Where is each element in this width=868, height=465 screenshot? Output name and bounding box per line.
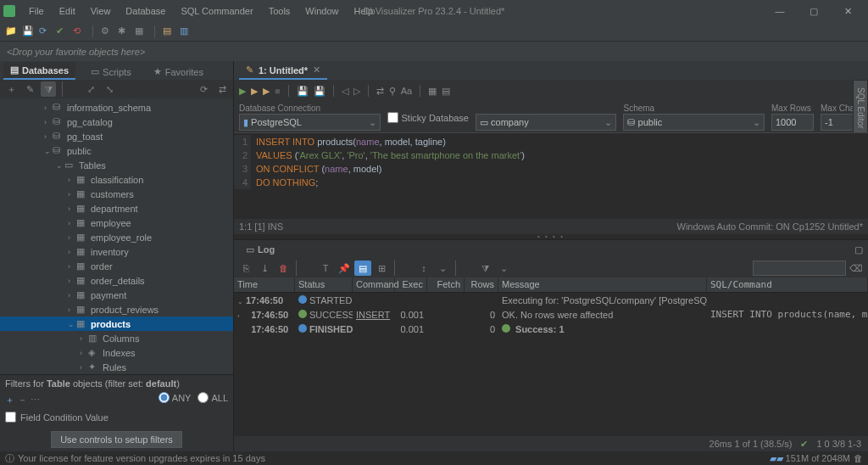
schema-select[interactable]: ⛁ public⌄ (623, 114, 765, 131)
editor-tab-1[interactable]: ✎ 1: Untitled* ✕ (239, 62, 327, 80)
log-body[interactable]: ⌄17:46:50STARTEDExecuting for: 'PostgreS… (234, 293, 868, 436)
filter-add-icon[interactable]: ＋ (5, 394, 14, 406)
stop-icon[interactable]: ■ (275, 86, 281, 96)
tree-node[interactable]: ⌄▭Tables (0, 158, 233, 172)
tree-node[interactable]: ›⛁pg_catalog (0, 115, 233, 129)
menu-view[interactable]: View (84, 3, 118, 19)
minimize-button[interactable]: ― (763, 0, 797, 22)
tree-node[interactable]: ›▦customers (0, 187, 233, 201)
run-icon[interactable]: ▶ (239, 86, 246, 97)
log-grid-icon[interactable]: ⊞ (373, 261, 390, 276)
log-tab[interactable]: ▭ Log (239, 243, 281, 257)
log-row[interactable]: › 17:46:50SUCCESSINSERT0.0010OK. No rows… (234, 307, 868, 322)
tree-node[interactable]: ›▦employee (0, 216, 233, 230)
tree-node[interactable]: ›▦employee_role (0, 230, 233, 244)
param-icon[interactable]: ⚲ (389, 86, 396, 97)
tree-node[interactable]: ›▦inventory (0, 244, 233, 259)
tree-node[interactable]: ›⛁pg_toast (0, 129, 233, 143)
log-text-icon[interactable]: T (317, 261, 334, 276)
maxrows-input[interactable] (771, 114, 814, 131)
close-button[interactable]: ✕ (831, 0, 865, 22)
favorites-drop-zone[interactable]: <Drop your favorite objects here> (0, 41, 868, 61)
connection-select[interactable]: ▮ PostgreSQL⌄ (239, 114, 381, 131)
tree-node[interactable]: ›▦order (0, 259, 233, 273)
format-icon[interactable]: ⇄ (376, 86, 384, 97)
log-tree-icon[interactable]: ▤ (354, 261, 371, 276)
filter-any-radio[interactable]: ANY (159, 392, 192, 403)
tree-node[interactable]: ›▦classification (0, 172, 233, 187)
filter-remove-icon[interactable]: － (18, 394, 27, 406)
menu-tools[interactable]: Tools (262, 3, 298, 19)
log-search-input[interactable] (753, 261, 846, 276)
filter-setup-button[interactable]: Use controls to setup filters (51, 431, 182, 448)
log-sort-icon[interactable]: ↕ (415, 261, 432, 276)
bookmark-icon[interactable]: ▤ (442, 86, 450, 97)
log-copy-icon[interactable]: ⎘ (237, 261, 254, 276)
log-row[interactable]: ⌄17:46:50STARTEDExecuting for: 'PostgreS… (234, 293, 868, 307)
database-tree[interactable]: ›⛁information_schema›⛁pg_catalog›⛁pg_toa… (0, 98, 233, 374)
log-filter-menu-icon[interactable]: ⌄ (495, 261, 512, 276)
history-fwd-icon[interactable]: ▷ (353, 86, 360, 97)
tool-icon-5[interactable]: ▥ (180, 25, 192, 37)
expand-icon[interactable]: ⤢ (83, 81, 98, 97)
save-all-icon[interactable]: 💾 (314, 86, 326, 97)
database-select[interactable]: ▭ company⌄ (476, 114, 617, 131)
menu-file[interactable]: File (22, 3, 51, 19)
tab-favorites[interactable]: ★ Favorites (147, 64, 210, 80)
filter-all-radio[interactable]: ALL (198, 392, 228, 403)
tree-node[interactable]: ›◈Indexes (0, 345, 233, 360)
tree-node[interactable]: ›▦department (0, 201, 233, 216)
new-conn-icon[interactable]: ＋ (3, 81, 19, 97)
link-icon[interactable]: ⇄ (214, 81, 230, 97)
run-script-icon[interactable]: ▶ (251, 86, 258, 97)
tree-node[interactable]: ›▥Columns (0, 331, 233, 345)
memory-indicator[interactable]: ▰▰ 151M of 2048M (770, 453, 851, 464)
filter-icon[interactable]: ⧩ (41, 81, 56, 97)
run-explain-icon[interactable]: ▶ (263, 86, 270, 97)
tree-node[interactable]: ›▦product_reviews (0, 302, 233, 317)
edit-icon[interactable]: ✎ (22, 81, 37, 97)
tool-icon-3[interactable]: ▦ (135, 25, 147, 37)
collapse-icon[interactable]: ⤡ (102, 81, 117, 97)
tree-node[interactable]: ›⛁information_schema (0, 100, 233, 115)
tree-node[interactable]: ›✦Rules (0, 360, 233, 374)
close-tab-icon[interactable]: ✕ (313, 64, 320, 76)
tool-icon-2[interactable]: ✱ (118, 25, 130, 37)
tab-scripts[interactable]: ▭ Scripts (84, 64, 138, 80)
open-folder-icon[interactable]: 📁 (5, 25, 17, 37)
sql-editor[interactable]: 1INSERT INTO products(name, model, tagli… (234, 132, 868, 219)
tool-icon-4[interactable]: ▤ (163, 25, 175, 37)
log-dropdown-icon[interactable]: ⌄ (434, 261, 451, 276)
maximize-button[interactable]: ▢ (797, 0, 831, 22)
filter-field-checkbox[interactable] (5, 412, 16, 423)
tree-node[interactable]: ›▦order_details (0, 273, 233, 288)
filter-more-icon[interactable]: ⋯ (31, 395, 40, 406)
refresh-icon[interactable]: ⟳ (39, 25, 51, 37)
log-max-icon[interactable]: ▢ (854, 244, 863, 255)
log-row[interactable]: 17:46:50FINISHED0.0010 Success: 1 (234, 322, 868, 336)
tab-databases[interactable]: ▤ Databases (3, 62, 75, 80)
sync-icon[interactable]: ⟳ (196, 81, 211, 97)
menu-database[interactable]: Database (119, 3, 172, 19)
side-tab-sql-editor[interactable]: SQL Editor (853, 80, 868, 137)
case-icon[interactable]: Aa (401, 86, 412, 96)
log-clear-search-icon[interactable]: ⌫ (848, 261, 865, 276)
save-icon[interactable]: 💾 (22, 25, 34, 37)
tree-node[interactable]: ⌄▦products (0, 317, 233, 331)
tool-icon[interactable]: ⚙ (101, 25, 113, 37)
save-sql-icon[interactable]: 💾 (297, 86, 309, 97)
log-clear-icon[interactable]: 🗑 (275, 261, 292, 276)
tree-node[interactable]: ⌄⛁public (0, 143, 233, 158)
log-export-icon[interactable]: ⤓ (256, 261, 273, 276)
rollback-icon[interactable]: ⟲ (73, 25, 85, 37)
menu-window[interactable]: Window (298, 3, 345, 19)
gc-icon[interactable]: 🗑 (854, 453, 863, 463)
commit-icon[interactable]: ✔ (56, 25, 68, 37)
comment-icon[interactable]: ▦ (428, 86, 437, 97)
tree-node[interactable]: ›▦payment (0, 288, 233, 302)
menu-sql-commander[interactable]: SQL Commander (174, 3, 259, 19)
sticky-checkbox[interactable] (387, 112, 398, 123)
history-back-icon[interactable]: ◁ (342, 86, 348, 97)
menu-edit[interactable]: Edit (53, 3, 82, 19)
log-filter-icon[interactable]: ⧩ (476, 261, 493, 276)
